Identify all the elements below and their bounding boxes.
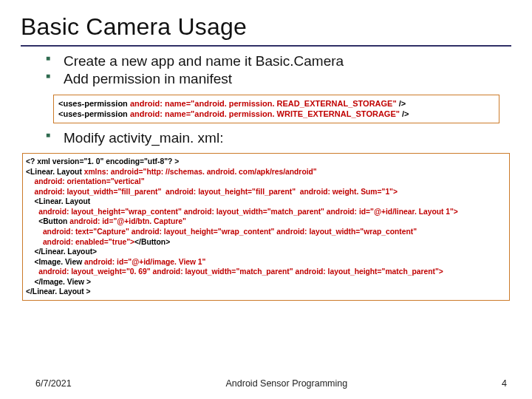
xml-line-12: android: layout_weight="0. 69" android: … (26, 267, 506, 277)
xml7a: <Button (26, 217, 69, 225)
perm2-close: /> (402, 109, 409, 118)
xml2b: xmlns: android="http: //schemas. android… (84, 168, 317, 176)
perm1-attr: android: name="android. permission. READ… (130, 99, 399, 108)
xml11a: <Image. View (26, 258, 84, 266)
xml-line-7: <Button android: id="@+id/btn. Capture" (26, 216, 506, 227)
xml-line-2: <Linear. Layout xmlns: android="http: //… (26, 167, 506, 177)
code-box-permissions: <uses-permission android: name="android.… (53, 95, 499, 123)
footer-title: Android Sensor Programming (72, 378, 502, 389)
footer-page-number: 4 (502, 378, 507, 389)
perm2-attr: android: name="android. permission. WRIT… (130, 109, 402, 118)
perm1-close: /> (399, 99, 406, 108)
perm-line-1: <uses-permission android: name="android.… (58, 98, 494, 109)
code-box-layout: <? xml version="1. 0" encoding="utf-8"? … (22, 153, 510, 301)
title-rule (21, 45, 511, 47)
xml-line-4: android: layout_width="fill_parent" andr… (26, 187, 506, 197)
perm-line-2: <uses-permission android: name="android.… (58, 109, 494, 120)
xml-line-3: android: orientation="vertical" (26, 177, 506, 187)
bullet-list-a: Create a new app and name it Basic.Camer… (46, 52, 511, 89)
xml-line-5: <Linear. Layout (26, 197, 506, 207)
xml-line-1: <? xml version="1. 0" encoding="utf-8"? … (26, 157, 506, 167)
perm2-open: <uses-permission (58, 109, 130, 118)
xml-line-9: android: enabled="true"></Button> (26, 237, 506, 248)
xml-line-13: </Image. View > (26, 277, 506, 287)
slide: Basic Camera Usage Create a new app and … (0, 0, 532, 399)
xml9a: android: enabled="true"> (26, 238, 134, 246)
xml7b: android: id="@+id/btn. Capture" (69, 217, 186, 225)
xml-line-10: </Linear. Layout> (26, 247, 506, 257)
bullet-list-b: Modify activity_main. xml: (46, 129, 511, 147)
bullet-a1: Create a new app and name it Basic.Camer… (46, 52, 511, 70)
slide-title: Basic Camera Usage (21, 13, 511, 41)
footer-date: 6/7/2021 (35, 378, 72, 389)
bullet-b1: Modify activity_main. xml: (46, 129, 511, 147)
bullet-a2: Add permission in manifest (46, 70, 511, 88)
slide-footer: 6/7/2021 Android Sensor Programming 4 (0, 378, 532, 389)
xml-line-11: <Image. View android: id="@+id/image. Vi… (26, 257, 506, 267)
xml11b: android: id="@+id/image. View 1" (84, 258, 205, 266)
xml-line-8: android: text="Capture" android: layout_… (26, 227, 506, 237)
xml9b: </Button> (134, 238, 170, 246)
xml-line-6: android: layout_height="wrap_content" an… (26, 207, 506, 217)
xml-line-14: </Linear. Layout > (26, 287, 506, 297)
perm1-open: <uses-permission (58, 99, 130, 108)
xml2a: <Linear. Layout (26, 168, 84, 176)
